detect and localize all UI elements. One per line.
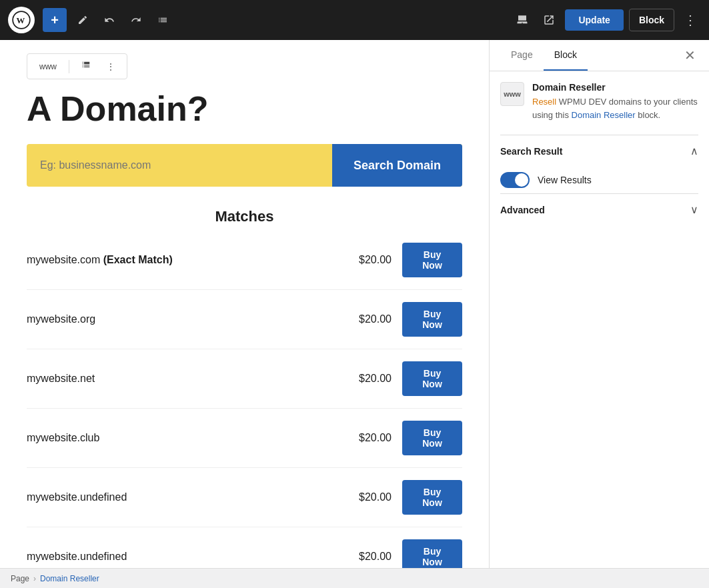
domain-name: mywebsite.club — [27, 432, 338, 444]
breadcrumb-page: Page — [11, 574, 29, 583]
domain-price: $20.00 — [338, 432, 392, 444]
block-icon-label: www — [504, 90, 521, 98]
chevron-down-icon: ∨ — [690, 203, 698, 216]
domain-name: mywebsite.com (Exact Match) — [27, 254, 338, 266]
editor-area: www ⋮ A Domain? Search Domain Matches my… — [0, 40, 489, 568]
domain-search-input[interactable] — [27, 144, 332, 187]
block-toolbar: www ⋮ — [27, 53, 127, 79]
table-row: mywebsite.com (Exact Match) $20.00 Buy N… — [27, 231, 462, 290]
buy-now-button[interactable]: Buy Now — [402, 243, 462, 277]
tab-block[interactable]: Block — [544, 40, 588, 71]
matches-title: Matches — [27, 208, 462, 225]
table-row: mywebsite.org $20.00 Buy Now — [27, 290, 462, 349]
block-info-title: Domain Reseller — [532, 82, 698, 93]
sidebar-tabs: Page Block ✕ — [490, 40, 709, 71]
view-results-label: View Results — [538, 175, 592, 185]
domain-name: mywebsite.org — [27, 313, 338, 325]
search-domain-button[interactable]: Search Domain — [332, 144, 462, 187]
edit-icon-button[interactable] — [72, 9, 93, 31]
domain-name: mywebsite.undefined — [27, 551, 338, 563]
buy-now-button[interactable]: Buy Now — [402, 539, 462, 568]
domain-name: mywebsite.undefined — [27, 491, 338, 503]
buy-now-button[interactable]: Buy Now — [402, 421, 462, 455]
table-row: mywebsite.net $20.00 Buy Now — [27, 349, 462, 409]
tab-page[interactable]: Page — [500, 40, 544, 71]
view-results-row: View Results — [500, 167, 698, 193]
table-row: mywebsite.club $20.00 Buy Now — [27, 409, 462, 468]
redo-button[interactable] — [125, 9, 147, 31]
domain-price: $20.00 — [338, 491, 392, 503]
buy-now-button[interactable]: Buy Now — [402, 302, 462, 337]
sidebar: Page Block ✕ www Domain Reseller Resell … — [489, 40, 709, 568]
block-info: www Domain Reseller Resell WPMU DEV doma… — [500, 82, 698, 121]
external-link-button[interactable] — [538, 9, 560, 31]
block-layout-button[interactable] — [75, 57, 97, 76]
block-info-description: Resell WPMU DEV domains to your clients … — [532, 95, 698, 121]
breadcrumb: Page › Domain Reseller — [0, 568, 709, 588]
breadcrumb-separator: › — [33, 574, 36, 583]
domain-price: $20.00 — [338, 551, 392, 563]
main-toolbar: W + Update Block ⋮ — [0, 0, 709, 40]
editor-content: www ⋮ A Domain? Search Domain Matches my… — [0, 40, 489, 568]
wp-logo[interactable]: W — [8, 7, 35, 33]
search-bar: Search Domain — [27, 144, 462, 187]
search-result-label: Search Result — [500, 146, 562, 157]
toolbar-divider — [69, 60, 69, 73]
main-layout: www ⋮ A Domain? Search Domain Matches my… — [0, 40, 709, 568]
svg-text:W: W — [16, 16, 25, 25]
block-icon: www — [500, 82, 524, 106]
domain-price: $20.00 — [338, 313, 392, 325]
more-options-button[interactable]: ⋮ — [680, 9, 701, 31]
block-view-button[interactable]: Block — [629, 9, 674, 31]
search-result-section[interactable]: Search Result ∧ — [500, 135, 698, 167]
document-overview-button[interactable] — [152, 9, 173, 31]
domain-list: mywebsite.com (Exact Match) $20.00 Buy N… — [27, 231, 462, 568]
chevron-up-icon: ∧ — [690, 145, 698, 157]
table-row: mywebsite.undefined $20.00 Buy Now — [27, 527, 462, 568]
buy-now-button[interactable]: Buy Now — [402, 480, 462, 515]
advanced-label: Advanced — [500, 205, 545, 215]
add-block-button[interactable]: + — [43, 8, 67, 32]
domain-price: $20.00 — [338, 254, 392, 266]
breadcrumb-current: Domain Reseller — [40, 574, 99, 583]
block-www-button[interactable]: www — [33, 58, 63, 75]
table-row: mywebsite.undefined $20.00 Buy Now — [27, 468, 462, 527]
buy-now-button[interactable]: Buy Now — [402, 361, 462, 396]
domain-heading: A Domain? — [27, 90, 462, 128]
domain-price: $20.00 — [338, 373, 392, 385]
close-sidebar-button[interactable]: ✕ — [682, 40, 698, 71]
block-menu-button[interactable]: ⋮ — [100, 58, 121, 75]
sidebar-body: www Domain Reseller Resell WPMU DEV doma… — [490, 71, 709, 568]
undo-button[interactable] — [99, 9, 120, 31]
domain-name: mywebsite.net — [27, 373, 338, 385]
preview-device-button[interactable] — [512, 9, 533, 31]
update-button[interactable]: Update — [565, 9, 623, 31]
view-results-toggle[interactable] — [500, 172, 530, 188]
advanced-section[interactable]: Advanced ∨ — [500, 193, 698, 225]
block-info-text: Domain Reseller Resell WPMU DEV domains … — [532, 82, 698, 121]
